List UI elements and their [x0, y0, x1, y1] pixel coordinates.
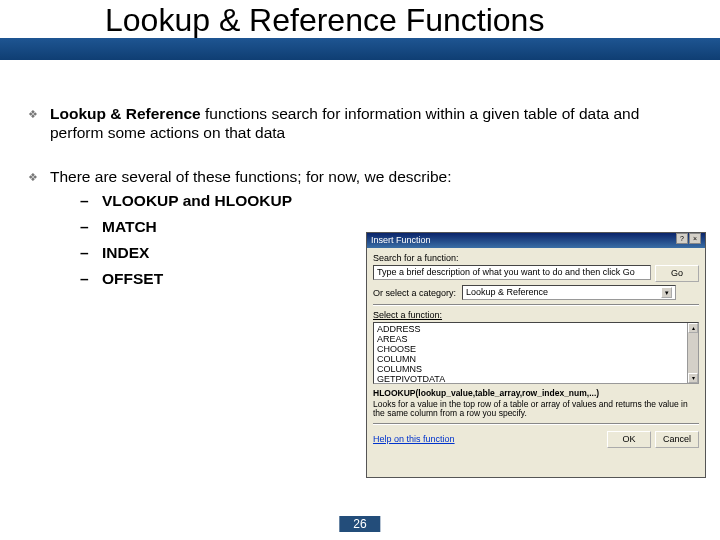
close-icon[interactable]: × — [689, 233, 701, 244]
list-item[interactable]: CHOOSE — [377, 344, 695, 354]
separator — [373, 304, 699, 306]
bullet-2: ❖ There are several of these functions; … — [28, 167, 680, 186]
scroll-down-icon[interactable]: ▾ — [688, 373, 698, 383]
search-label: Search for a function: — [373, 253, 699, 263]
help-icon[interactable]: ? — [676, 233, 688, 244]
slide-title: Lookup & Reference Functions — [0, 0, 720, 40]
scrollbar[interactable]: ▴ ▾ — [687, 323, 698, 383]
help-link[interactable]: Help on this function — [373, 434, 455, 444]
bullet-1-text: Lookup & Reference functions search for … — [50, 104, 680, 143]
title-band — [0, 38, 720, 60]
bullet-2-text: There are several of these functions; fo… — [50, 167, 680, 186]
sub-item: – VLOOKUP and HLOOKUP — [80, 192, 680, 210]
chevron-down-icon[interactable]: ▾ — [661, 287, 672, 298]
search-input[interactable]: Type a brief description of what you wan… — [373, 265, 651, 280]
diamond-bullet-icon: ❖ — [28, 104, 50, 143]
list-item[interactable]: ADDRESS — [377, 324, 695, 334]
dash-bullet-icon: – — [80, 270, 102, 288]
list-item[interactable]: GETPIVOTDATA — [377, 374, 695, 384]
category-select[interactable]: Lookup & Reference ▾ — [462, 285, 676, 300]
scroll-up-icon[interactable]: ▴ — [688, 323, 698, 333]
list-item[interactable]: COLUMN — [377, 354, 695, 364]
title-area: Lookup & Reference Functions — [0, 0, 720, 72]
function-description: Looks for a value in the top row of a ta… — [373, 400, 699, 419]
bullet-1: ❖ Lookup & Reference functions search fo… — [28, 104, 680, 143]
dialog-titlebar[interactable]: Insert Function ? × — [367, 233, 705, 248]
ok-button[interactable]: OK — [607, 431, 651, 448]
dialog-title-text: Insert Function — [371, 233, 431, 248]
dash-bullet-icon: – — [80, 192, 102, 210]
insert-function-dialog: Insert Function ? × Search for a functio… — [366, 232, 706, 478]
list-item[interactable]: AREAS — [377, 334, 695, 344]
select-fn-label: Select a function: — [373, 310, 699, 320]
category-label: Or select a category: — [373, 288, 456, 298]
category-value: Lookup & Reference — [466, 286, 548, 299]
sub-item-label: VLOOKUP and HLOOKUP — [102, 192, 680, 210]
function-listbox[interactable]: ADDRESS AREAS CHOOSE COLUMN COLUMNS GETP… — [373, 322, 699, 384]
dash-bullet-icon: – — [80, 244, 102, 262]
page-number: 26 — [339, 516, 380, 532]
go-button[interactable]: Go — [655, 265, 699, 282]
function-syntax: HLOOKUP(lookup_value,table_array,row_ind… — [373, 388, 699, 398]
separator — [373, 423, 699, 425]
list-item[interactable]: COLUMNS — [377, 364, 695, 374]
bullet-1-bold: Lookup & Reference — [50, 105, 201, 122]
cancel-button[interactable]: Cancel — [655, 431, 699, 448]
diamond-bullet-icon: ❖ — [28, 167, 50, 186]
dash-bullet-icon: – — [80, 218, 102, 236]
